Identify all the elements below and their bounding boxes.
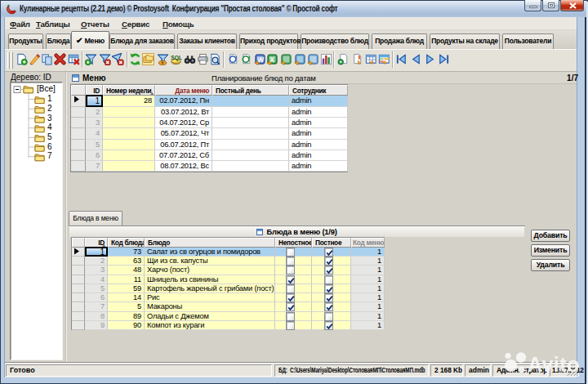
svg-text:SQL: SQL (171, 55, 182, 61)
svg-text:Avito: Avito (528, 353, 580, 376)
